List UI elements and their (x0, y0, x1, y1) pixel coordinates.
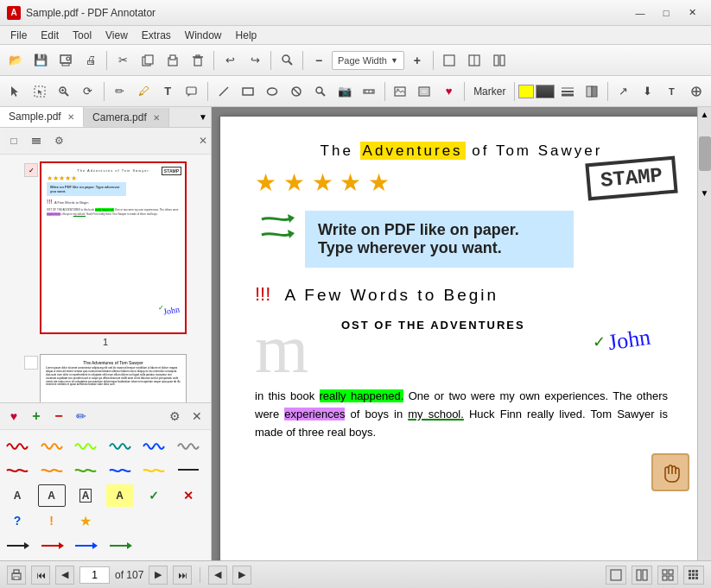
arrow-tool-up[interactable]: ↗ (612, 79, 635, 104)
anno-wave-lime[interactable] (72, 433, 99, 455)
text-search-tool[interactable] (308, 79, 332, 104)
anno-wave2-orange[interactable] (38, 458, 66, 481)
thumb-page-2[interactable]: The Adventures of Tom Sawyer Lorem ipsum… (7, 354, 204, 402)
anno-x-red[interactable]: ✕ (175, 484, 202, 507)
anno-check-green[interactable]: ✓ (140, 484, 168, 507)
copy-button[interactable] (136, 48, 160, 73)
nav-last-btn[interactable]: ⏭ (173, 566, 192, 585)
anno-heart-btn[interactable]: ♥ (3, 406, 24, 427)
anno-text-box[interactable]: A (38, 484, 66, 507)
tab-close-camera[interactable]: ✕ (153, 113, 160, 123)
nav-print-btn[interactable] (7, 566, 26, 585)
close-button[interactable]: ✕ (680, 4, 704, 22)
scroll-thumb[interactable] (699, 136, 711, 171)
rect-tool[interactable] (236, 79, 259, 104)
thumb-checkbox-1[interactable]: ✓ (24, 163, 38, 177)
thumb-page-1[interactable]: ✓ The Adventures of Tom Sawyer STAMP ★★★… (7, 161, 204, 347)
opacity-btn[interactable] (581, 79, 604, 104)
menu-help[interactable]: Help (229, 28, 264, 43)
zoom-in-button[interactable]: + (405, 48, 429, 73)
zoom-tool[interactable] (52, 79, 75, 104)
anno-wave2-red[interactable] (3, 458, 31, 481)
tab-sample-pdf[interactable]: Sample.pdf ✕ (0, 107, 84, 127)
anno-text-plain[interactable]: A (3, 484, 31, 507)
extra-style-btn[interactable] (684, 79, 708, 104)
view-btn-4[interactable] (683, 566, 704, 585)
tab-scroll-btn[interactable]: ▼ (195, 112, 211, 122)
pointer-tool[interactable] (3, 79, 27, 104)
color-stroke[interactable] (536, 85, 555, 98)
anno-wave-gray[interactable] (175, 433, 202, 455)
anno-exclaim-orange[interactable]: ! (38, 509, 66, 532)
nav-next-btn[interactable]: ▶ (149, 566, 168, 585)
thumbnail-area[interactable]: ✓ The Adventures of Tom Sawyer STAMP ★★★… (0, 155, 211, 402)
thumb-frame-1[interactable]: The Adventures of Tom Sawyer STAMP ★★★★★… (40, 161, 187, 334)
marker-tool[interactable]: 🖊 (132, 79, 156, 104)
line-tool[interactable] (212, 79, 235, 104)
thumb-frame-2[interactable]: The Adventures of Tom Sawyer Lorem ipsum… (40, 354, 187, 402)
minimize-button[interactable]: — (628, 4, 652, 22)
cut-button[interactable]: ✂ (111, 48, 135, 73)
measure-tool[interactable] (358, 79, 381, 104)
save-button[interactable]: 💾 (29, 48, 53, 73)
view-btn-3[interactable] (657, 566, 678, 585)
scroll-up-btn[interactable]: ▲ (698, 107, 711, 119)
zoom-out-button[interactable]: − (307, 48, 331, 73)
anno-q-blue[interactable]: ? (3, 509, 31, 532)
panel-new-btn[interactable]: □ (3, 130, 24, 151)
find-button[interactable] (275, 48, 299, 73)
nav-first-btn[interactable]: ⏮ (31, 566, 50, 585)
nav-prev-btn[interactable]: ◀ (55, 566, 74, 585)
anno-close-btn[interactable]: ✕ (187, 406, 207, 427)
anno-minus-btn[interactable]: − (48, 406, 69, 427)
anno-text-outline[interactable]: A (72, 484, 99, 507)
panel-settings-btn[interactable]: ⚙ (48, 130, 69, 151)
width-btn[interactable] (555, 79, 579, 104)
menu-extras[interactable]: Extras (135, 28, 178, 43)
anno-arrow-blue[interactable] (72, 534, 99, 557)
anno-wave-blue[interactable] (140, 433, 168, 455)
view-mode3-button[interactable] (487, 48, 511, 73)
panel-config-btn[interactable] (26, 130, 47, 151)
scroll-down-btn[interactable]: ▼ (698, 188, 711, 198)
menu-edit[interactable]: Edit (34, 28, 66, 43)
image-tool2[interactable] (413, 79, 436, 104)
anno-add-btn[interactable]: + (26, 406, 47, 427)
menu-window[interactable]: Window (178, 28, 229, 43)
anno-arrow-red[interactable] (38, 534, 66, 557)
arrow-tool-down[interactable]: ⬇ (636, 79, 659, 104)
anno-arrow-black[interactable] (3, 534, 31, 557)
text-tool[interactable]: T (156, 79, 180, 104)
page-number-input[interactable] (79, 566, 110, 584)
text-style-btn[interactable]: T (660, 79, 683, 104)
anno-star-yellow[interactable]: ★ (72, 509, 99, 532)
menu-tool[interactable]: Tool (66, 28, 98, 43)
anno-pen-btn[interactable]: ✏ (71, 406, 92, 427)
view-mode1-button[interactable] (437, 48, 461, 73)
select-tool[interactable] (28, 79, 51, 104)
pen-tool[interactable]: ✏ (107, 79, 130, 104)
tab-close-sample[interactable]: ✕ (67, 112, 74, 122)
undo-button[interactable]: ↩ (218, 48, 242, 73)
heart-tool[interactable]: ♥ (437, 79, 460, 104)
pdf-area[interactable]: The Adventures of Tom Sawyer ★ ★ ★ ★ ★ S… (212, 107, 711, 560)
float-hand-button[interactable] (651, 453, 689, 491)
nav-back-btn[interactable]: ◀ (208, 566, 227, 585)
zoom-dropdown[interactable]: Page Width ▼ (332, 51, 404, 70)
anno-wave2-yellow[interactable] (140, 458, 168, 481)
erase-tool[interactable] (284, 79, 308, 104)
maximize-button[interactable]: □ (654, 4, 678, 22)
panel-close-btn[interactable]: ✕ (199, 135, 207, 147)
anno-wave-teal[interactable] (106, 433, 134, 455)
anno-wave-red[interactable] (3, 433, 31, 455)
thumb-checkbox-2[interactable] (24, 356, 38, 370)
view-btn-1[interactable] (606, 566, 626, 585)
redo-button[interactable]: ↪ (243, 48, 267, 73)
open-button[interactable]: 📂 (3, 48, 28, 73)
delete-button[interactable] (186, 48, 210, 73)
callout-tool[interactable] (181, 79, 204, 104)
anno-line-dark[interactable] (175, 458, 202, 481)
camera-tool[interactable]: 📷 (333, 79, 357, 104)
color-swatch-yellow[interactable] (518, 85, 534, 98)
anno-wave-orange[interactable] (38, 433, 66, 455)
